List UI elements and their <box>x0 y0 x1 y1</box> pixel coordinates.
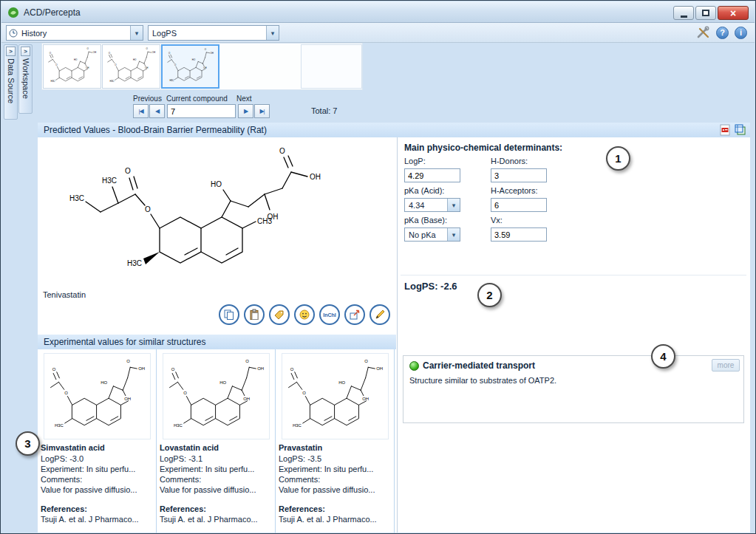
module-dropdown-arrow-icon[interactable]: ▾ <box>266 26 279 40</box>
sidebar-tab-label: Workspace <box>21 58 30 99</box>
similar-reference: Tsuji A. et al. J Pharmaco... <box>160 515 258 524</box>
similar-experiment: Experiment: In situ perfu... <box>279 465 373 473</box>
header-icons <box>720 124 750 136</box>
sidebar-tab-workspace[interactable]: > Workspace <box>18 44 33 114</box>
edit-structure-button[interactable] <box>370 304 390 325</box>
app-icon <box>7 7 19 18</box>
last-compound-button[interactable]: ▶| <box>254 104 270 118</box>
pka-acid-label: pKa (Acid): <box>404 186 444 195</box>
clipboard-copy-icon <box>223 309 235 321</box>
info-button[interactable]: i <box>735 27 747 39</box>
tag-structure-button[interactable] <box>269 304 290 325</box>
history-dropdown[interactable]: History ▾ <box>6 25 143 41</box>
similar-references-label: References: <box>160 504 206 513</box>
similar-experiment: Experiment: In situ perfu... <box>160 465 254 473</box>
determinants-title: Main physico-chemical determinants: <box>404 143 562 153</box>
paste-structure-button[interactable] <box>244 304 265 325</box>
pka-acid-select[interactable]: 4.34 ▾ <box>404 198 460 212</box>
module-label: LogPS <box>149 29 266 38</box>
vx-input[interactable] <box>491 227 547 242</box>
export-structure-button[interactable] <box>344 304 365 325</box>
close-button[interactable]: × <box>718 6 749 20</box>
pka-acid-dropdown-arrow-icon[interactable]: ▾ <box>447 199 460 211</box>
toolbar: History ▾ LogPS ▾ ? i <box>1 23 755 43</box>
logps-result: LogPS: -2.6 <box>404 281 457 292</box>
minimize-icon <box>681 16 687 18</box>
vx-label: Vx: <box>491 216 503 225</box>
export-icon <box>349 309 361 321</box>
similar-structure-card[interactable]: Pravastatin LogPS: -3.5 Experiment: In s… <box>276 349 395 534</box>
similar-structure-image <box>282 353 389 439</box>
similar-references-label: References: <box>279 504 325 513</box>
results-pane: Main physico-chemical determinants: LogP… <box>397 137 750 533</box>
carrier-transport-title: Carrier-mediated transport <box>423 360 535 371</box>
tag-icon <box>273 309 285 321</box>
pka-base-label: pKa (Base): <box>404 216 447 225</box>
maximize-icon <box>702 10 709 16</box>
hdonors-input[interactable] <box>491 168 547 182</box>
maximize-button[interactable] <box>695 6 716 20</box>
compound-thumbnail-3-selected[interactable] <box>161 44 219 89</box>
similar-structure-image <box>44 353 151 439</box>
similar-structure-card[interactable]: Simvastatin acid LogPS: -3.0 Experiment:… <box>38 349 157 534</box>
pencil-icon <box>374 309 386 321</box>
pka-base-dropdown-arrow-icon[interactable]: ▾ <box>447 228 460 241</box>
compound-name: Tenivastatin <box>43 290 86 299</box>
expand-data-source-icon[interactable]: > <box>6 47 16 56</box>
copy-to-report-button[interactable] <box>735 124 746 136</box>
feedback-button[interactable] <box>294 304 315 325</box>
inchi-label: InChI <box>323 312 336 318</box>
minimize-button[interactable] <box>673 6 694 20</box>
first-compound-button[interactable]: |◀ <box>133 104 149 118</box>
similar-comments-value: Value for passive diffusio... <box>41 485 137 494</box>
help-button[interactable]: ? <box>716 27 729 39</box>
similar-structure-image <box>163 353 270 439</box>
similar-structure-name: Simvastatin acid <box>41 443 105 452</box>
copy-structure-button[interactable] <box>219 304 239 325</box>
similar-structure-name: Lovastatin acid <box>160 443 219 452</box>
inchi-button[interactable]: InChI <box>319 304 340 325</box>
titlebar[interactable]: ACD/Percepta × <box>1 1 755 23</box>
window-title: ACD/Percepta <box>24 7 81 18</box>
expand-workspace-icon[interactable]: > <box>21 47 30 56</box>
experimental-title: Experimental values for similar structur… <box>44 337 205 347</box>
similar-references-label: References: <box>41 504 87 513</box>
compound-thumbnail-1[interactable] <box>43 44 101 89</box>
window-controls: × <box>673 6 749 20</box>
current-compound-input[interactable] <box>167 104 236 118</box>
similar-comments-value: Value for passive diffusio... <box>160 485 256 494</box>
hacceptors-input[interactable] <box>491 198 547 212</box>
similar-logps: LogPS: -3.5 <box>279 454 321 463</box>
similar-comments-label: Comments: <box>160 475 201 484</box>
sidebar-tab-label: Data Source <box>7 58 16 103</box>
smiley-icon <box>299 309 310 321</box>
carrier-transport-description: Structure similar to substrates of OATP2… <box>409 376 556 385</box>
next-compound-button[interactable]: ▶ <box>238 104 253 118</box>
app-window: ACD/Percepta × History ▾ LogPS ▾ ? i <box>0 0 756 534</box>
similar-experiment: Experiment: In situ perfu... <box>41 465 135 473</box>
next-label: Next <box>236 95 252 103</box>
logp-input[interactable] <box>404 168 460 182</box>
carrier-transport-panel: Carrier-mediated transport more Structur… <box>403 355 744 423</box>
pka-acid-value: 4.34 <box>405 201 447 210</box>
logp-label: LogP: <box>404 157 426 165</box>
clock-icon <box>9 29 18 38</box>
previous-compound-button[interactable]: ◀ <box>149 104 165 118</box>
compound-thumbnail-2[interactable] <box>102 44 160 89</box>
history-label: History <box>18 29 130 38</box>
similar-reference: Tsuji A. et al. J Pharmaco... <box>279 515 377 524</box>
similar-structure-name: Pravastatin <box>279 443 322 452</box>
sidebar-tab-data-source[interactable]: > Data Source <box>4 44 18 120</box>
module-dropdown[interactable]: LogPS ▾ <box>148 25 279 41</box>
callout-3: 3 <box>16 431 40 456</box>
pka-base-select[interactable]: No pKa ▾ <box>404 227 460 242</box>
more-button[interactable]: more <box>712 359 740 372</box>
tools-button[interactable] <box>696 26 710 39</box>
hdonors-label: H-Donors: <box>491 157 528 165</box>
compound-thumbnail-empty <box>301 44 362 89</box>
pdf-export-button[interactable] <box>720 124 730 136</box>
similar-structure-card[interactable]: Lovastatin acid LogPS: -3.1 Experiment: … <box>157 349 276 534</box>
history-dropdown-arrow-icon[interactable]: ▾ <box>130 26 143 40</box>
experimental-header: Experimental values for similar structur… <box>38 335 396 349</box>
similar-logps: LogPS: -3.1 <box>160 454 202 463</box>
